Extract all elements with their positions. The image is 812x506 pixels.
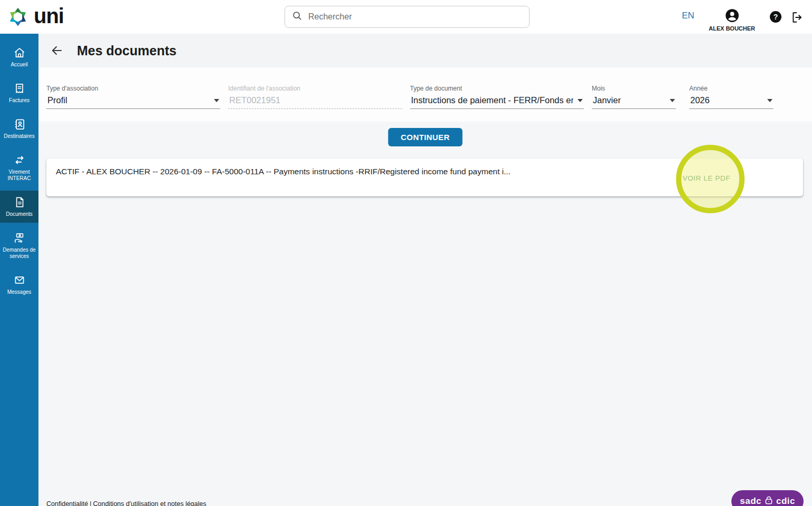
chevron-down-icon (670, 99, 675, 102)
logout-icon[interactable] (790, 11, 804, 26)
uni-logo[interactable]: uni (4, 2, 64, 32)
footer-link-confidentialite[interactable]: Confidentialité (46, 500, 88, 506)
filter-label: Type de document (410, 85, 584, 92)
transfer-arrows-icon (13, 153, 26, 167)
global-search[interactable] (285, 6, 530, 28)
chevron-down-icon (578, 99, 583, 102)
sidebar-item-demandes-de-services[interactable]: Demandes de services (0, 226, 38, 265)
sidebar-item-label: Destinataires (4, 133, 34, 140)
sidebar-nav: Accueil Factures Destinataires (0, 34, 38, 506)
uni-star-icon (4, 2, 32, 32)
annee-select[interactable]: 2026 (689, 94, 774, 109)
sidebar-item-label: Documents (6, 211, 33, 217)
page-title: Mes documents (77, 43, 177, 58)
main-content: Mes documents Type d'association Profil … (38, 34, 812, 506)
sidebar-item-label: Factures (9, 97, 30, 104)
filter-type-association: Type d'association Profil (46, 85, 220, 109)
sidebar-item-accueil[interactable]: Accueil (0, 41, 38, 73)
envelope-icon (13, 273, 26, 287)
uni-logo-text: uni (34, 5, 64, 26)
filter-label: Mois (592, 85, 676, 92)
chevron-down-icon (767, 99, 772, 102)
page-titlebar: Mes documents (38, 34, 812, 67)
document-row-text: ACTIF - ALEX BOUCHER -- 2026-01-09 -- FA… (56, 167, 511, 176)
identifiant-association-input: RET0021951 (228, 94, 402, 109)
contacts-icon (13, 117, 26, 131)
user-menu[interactable]: ALEX BOUCHER (708, 8, 756, 32)
sadc-cdic-badge: sadc cdic (731, 490, 804, 506)
svg-text:?: ? (774, 13, 778, 21)
sidebar-item-label: Accueil (11, 62, 27, 68)
filter-identifiant-association: Identifiant de l'association RET0021951 (228, 85, 402, 109)
filter-label: Type d'association (46, 85, 220, 92)
avatar-icon (725, 15, 739, 24)
footer-links: Confidentialité|Conditions d'utilisation… (46, 500, 207, 506)
sidebar-item-destinataires[interactable]: Destinataires (0, 113, 38, 145)
sidebar-item-label: Demandes de services (1, 247, 37, 260)
type-document-select[interactable]: Instructions de paiement - FERR/Fonds en… (410, 94, 584, 109)
service-request-icon (13, 231, 26, 245)
mois-select[interactable]: Janvier (592, 94, 676, 109)
sidebar-item-label: Virement INTERAC (1, 169, 37, 182)
sidebar-item-messages[interactable]: Messages (0, 269, 38, 301)
search-input[interactable] (308, 12, 523, 22)
filter-label: Identifiant de l'association (228, 85, 402, 92)
footer-link-conditions[interactable]: Conditions d'utilisation et notes légale… (93, 500, 206, 506)
filter-annee: Année 2026 (689, 85, 774, 109)
padlock-icon (761, 495, 776, 506)
back-arrow-icon[interactable] (50, 44, 64, 57)
document-icon (13, 195, 26, 209)
sidebar-item-factures[interactable]: Factures (0, 77, 38, 109)
user-name: ALEX BOUCHER (708, 25, 756, 32)
document-row: ACTIF - ALEX BOUCHER -- 2026-01-09 -- FA… (46, 158, 803, 196)
results-area: CONTINUER ACTIF - ALEX BOUCHER -- 2026-0… (38, 122, 812, 506)
filter-mois: Mois Janvier (592, 85, 676, 109)
view-pdf-link[interactable]: VOIR LE PDF (682, 174, 730, 182)
help-icon[interactable]: ? (769, 11, 782, 25)
badge-sadc-text: sadc (740, 496, 761, 506)
filter-label: Année (689, 85, 774, 92)
sidebar-item-virement-interac[interactable]: Virement INTERAC (0, 148, 38, 187)
search-icon (291, 10, 303, 24)
type-association-select[interactable]: Profil (46, 94, 220, 109)
continue-button[interactable]: CONTINUER (388, 128, 463, 146)
filter-type-document: Type de document Instructions de paiemen… (410, 85, 584, 109)
invoice-icon (13, 82, 26, 95)
sidebar-item-documents[interactable]: Documents (0, 191, 38, 223)
language-toggle[interactable]: EN (682, 11, 694, 21)
home-icon (13, 46, 26, 59)
badge-cdic-text: cdic (776, 496, 795, 506)
chevron-down-icon (214, 99, 219, 102)
sidebar-item-label: Messages (7, 289, 32, 295)
filters-bar: Type d'association Profil Identifiant de… (38, 67, 812, 122)
top-header: uni EN ALEX BOUCHER ? (0, 0, 812, 34)
footer-separator: | (90, 500, 91, 506)
